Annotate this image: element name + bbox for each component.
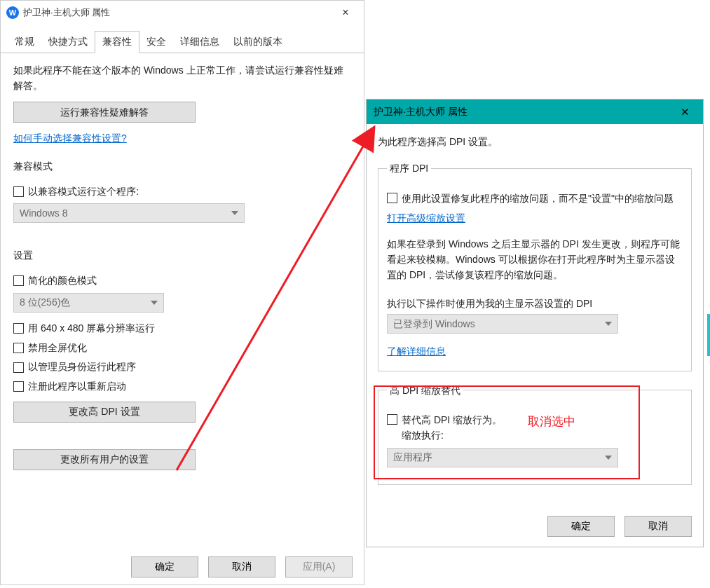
tab-shortcut[interactable]: 快捷方式 (41, 32, 95, 53)
manual-select-link[interactable]: 如何手动选择兼容性设置? (13, 131, 351, 146)
checkbox-label: 简化的颜色模式 (28, 273, 97, 289)
intro-text: 如果此程序不能在这个版本的 Windows 上正常工作，请尝试运行兼容性疑难解答… (13, 63, 351, 93)
advanced-scaling-link[interactable]: 打开高级缩放设置 (387, 210, 683, 226)
run-compat-mode-checkbox[interactable]: 以兼容模式运行这个程序: (13, 184, 351, 200)
tab-general[interactable]: 常规 (8, 32, 41, 53)
tab-compatibility[interactable]: 兼容性 (95, 31, 139, 53)
dialog-footer: 确定 取消 (547, 516, 692, 537)
explain-text: 如果在登录到 Windows 之后主显示器的 DPI 发生更改，则程序可能看起来… (387, 236, 683, 283)
header-text: 为此程序选择高 DPI 设置。 (378, 134, 692, 149)
group-legend: 高 DPI 缩放替代 (387, 383, 463, 398)
register-restart-checkbox[interactable]: 注册此程序以重新启动 (13, 379, 351, 395)
chevron-down-icon (605, 456, 612, 460)
reduced-color-checkbox[interactable]: 简化的颜色模式 (13, 273, 351, 289)
app-icon: W (6, 6, 19, 19)
change-all-users-button[interactable]: 更改所有用户的设置 (13, 449, 196, 470)
checkbox-label: 以兼容模式运行这个程序: (28, 184, 139, 200)
checkbox-label: 以管理员身份运行此程序 (28, 360, 136, 375)
titlebar[interactable]: W 护卫神·主机大师 属性 × (1, 1, 364, 24)
dialog-footer: 确定 取消 应用(A) (131, 556, 353, 577)
properties-window-compatibility: W 护卫神·主机大师 属性 × 常规 快捷方式 兼容性 安全 详细信息 以前的版… (0, 0, 364, 585)
combo-value: 已登录到 Windows (393, 316, 475, 331)
close-icon[interactable]: × (330, 2, 361, 23)
checkbox-label: 使用此设置修复此程序的缩放问题，而不是"设置"中的缩放问题 (402, 191, 674, 206)
checkbox-label: 替代高 DPI 缩放行为。 缩放执行: (402, 412, 502, 444)
combo-value: 8 位(256)色 (20, 295, 70, 310)
checkbox-label: 注册此程序以重新启动 (28, 379, 126, 395)
group-legend: 设置 (13, 248, 33, 264)
tab-content: 如果此程序不能在这个版本的 Windows 上正常工作，请尝试运行兼容性疑难解答… (1, 53, 364, 486)
high-dpi-settings-window: 护卫神·主机大师 属性 ✕ 为此程序选择高 DPI 设置。 程序 DPI 使用此… (366, 99, 704, 547)
combo-value: 应用程序 (393, 449, 432, 465)
checkbox-icon (13, 323, 24, 334)
ok-button[interactable]: 确定 (131, 556, 198, 577)
group-legend: 兼容模式 (13, 159, 53, 175)
run-troubleshooter-button[interactable]: 运行兼容性疑难解答 (13, 102, 196, 123)
window-title: 护卫神·主机大师 属性 (374, 106, 467, 118)
checkbox-icon (387, 414, 397, 425)
checkbox-icon (387, 193, 397, 203)
override-label-line2: 缩放执行: (402, 430, 444, 441)
apply-button[interactable]: 应用(A) (285, 556, 353, 577)
window-title: 护卫神·主机大师 属性 (23, 6, 110, 19)
group-legend: 程序 DPI (387, 160, 431, 176)
color-mode-combo[interactable]: 8 位(256)色 (13, 293, 164, 313)
when-combo[interactable]: 已登录到 Windows (387, 314, 618, 334)
run-as-admin-checkbox[interactable]: 以管理员身份运行此程序 (13, 360, 351, 375)
use-fix-checkbox[interactable]: 使用此设置修复此程序的缩放问题，而不是"设置"中的缩放问题 (387, 191, 683, 206)
chevron-down-icon (151, 301, 158, 305)
annotation-text: 取消选中 (528, 412, 575, 431)
cancel-button[interactable]: 取消 (208, 556, 275, 577)
chevron-down-icon (231, 211, 238, 215)
combo-value: Windows 8 (20, 206, 67, 221)
decorative-edge (707, 314, 710, 356)
checkbox-icon (13, 343, 24, 353)
group-compat-mode: 兼容模式 以兼容模式运行这个程序: Windows 8 (13, 159, 351, 231)
cancel-button[interactable]: 取消 (624, 516, 692, 537)
tab-strip: 常规 快捷方式 兼容性 安全 详细信息 以前的版本 (1, 24, 364, 53)
checkbox-icon (13, 381, 24, 392)
checkbox-label: 用 640 x 480 屏幕分辨率运行 (28, 321, 155, 336)
titlebar[interactable]: 护卫神·主机大师 属性 ✕ (367, 100, 703, 124)
tab-details[interactable]: 详细信息 (173, 32, 226, 53)
group-dpi-override: 高 DPI 缩放替代 取消选中 替代高 DPI 缩放行为。 缩放执行: 应用程序 (378, 383, 692, 485)
disable-fullscreen-checkbox[interactable]: 禁用全屏优化 (13, 341, 351, 356)
tab-security[interactable]: 安全 (139, 32, 173, 53)
close-icon[interactable]: ✕ (671, 102, 699, 123)
checkbox-icon (13, 362, 24, 373)
ok-button[interactable]: 确定 (547, 516, 615, 537)
override-combo[interactable]: 应用程序 (387, 448, 618, 467)
low-res-checkbox[interactable]: 用 640 x 480 屏幕分辨率运行 (13, 321, 351, 336)
compat-mode-combo[interactable]: Windows 8 (13, 203, 245, 223)
group-program-dpi: 程序 DPI 使用此设置修复此程序的缩放问题，而不是"设置"中的缩放问题 打开高… (378, 160, 692, 371)
tab-previous-versions[interactable]: 以前的版本 (226, 32, 289, 53)
group-settings: 设置 简化的颜色模式 8 位(256)色 用 640 x 480 屏幕分辨率运行… (13, 248, 351, 433)
checkbox-icon (13, 186, 24, 197)
chevron-down-icon (605, 322, 612, 326)
checkbox-icon (13, 275, 24, 286)
change-high-dpi-button[interactable]: 更改高 DPI 设置 (13, 402, 196, 423)
learn-more-link[interactable]: 了解详细信息 (387, 343, 683, 359)
when-label: 执行以下操作时使用为我的主显示器设置的 DPI (387, 296, 683, 311)
checkbox-label: 禁用全屏优化 (28, 341, 87, 356)
content: 为此程序选择高 DPI 设置。 程序 DPI 使用此设置修复此程序的缩放问题，而… (367, 124, 703, 492)
override-label-line1: 替代高 DPI 缩放行为。 (402, 414, 502, 425)
